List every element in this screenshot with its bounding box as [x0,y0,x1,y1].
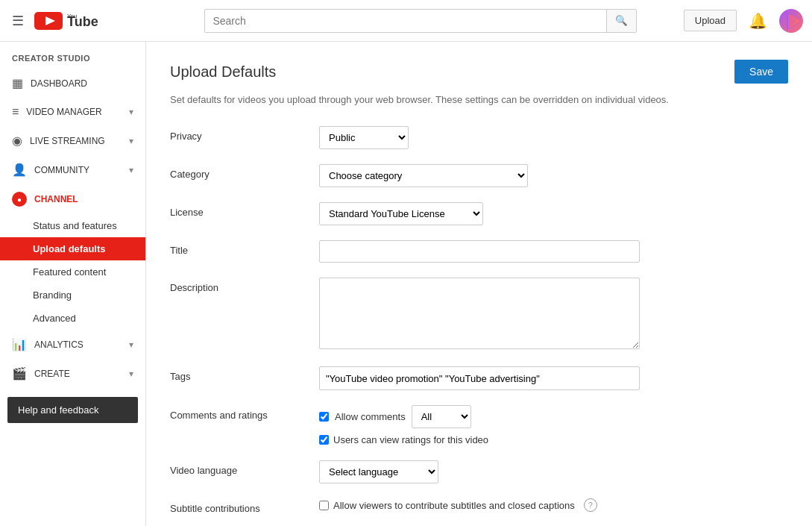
description-field [319,278,788,351]
youtube-logo: Tube You [34,10,101,31]
search-input[interactable] [205,10,606,32]
video-manager-icon: ≡ [12,105,19,119]
sidebar-item-analytics[interactable]: 📊 ANALYTICS ▾ [0,330,145,359]
tags-row: Tags [170,366,788,390]
analytics-icon: 📊 [12,337,27,351]
description-textarea[interactable] [319,278,640,349]
sidebar-subitem-branding[interactable]: Branding [0,284,145,307]
privacy-row: Privacy Public Unlisted Private [170,126,788,149]
license-row: License Standard YouTube License Creativ… [170,202,788,225]
search-area: 🔍 [158,9,684,33]
chevron-down-icon: ▾ [129,165,133,175]
channel-icon: ● [12,192,27,207]
hamburger-icon[interactable]: ☰ [9,10,27,32]
sidebar-item-label: CREATE [34,369,122,379]
video-language-label: Video language [170,460,319,476]
ratings-row: Users can view ratings for this video [319,434,788,445]
title-row: Title [170,240,788,263]
license-field: Standard YouTube License Creative Common… [319,202,788,225]
subtitle-checkbox-row: Allow viewers to contribute subtitles an… [319,498,788,512]
svg-marker-6 [788,13,800,28]
comments-area: Allow comments All Approved None Users c… [319,405,788,445]
category-select[interactable]: Choose category [319,164,528,187]
sidebar-subitem-advanced[interactable]: Advanced [0,307,145,330]
tags-label: Tags [170,366,319,382]
save-button[interactable]: Save [734,60,788,84]
privacy-select[interactable]: Public Unlisted Private [319,126,409,149]
topnav-left: ☰ Tube You [9,10,158,32]
main-layout: CREATOR STUDIO ▦ DASHBOARD ≡ VIDEO MANAG… [0,42,812,526]
sidebar-item-community[interactable]: 👤 COMMUNITY ▾ [0,155,145,184]
title-input[interactable] [319,240,640,263]
sidebar-item-video-manager[interactable]: ≡ VIDEO MANAGER ▾ [0,98,145,126]
category-field: Choose category [319,164,788,187]
sidebar: CREATOR STUDIO ▦ DASHBOARD ≡ VIDEO MANAG… [0,42,146,526]
sidebar-item-label: LIVE STREAMING [30,136,122,146]
channel-subitems: Status and features Upload defaults Feat… [0,214,145,330]
search-icon: 🔍 [615,15,628,26]
chevron-down-icon: ▾ [129,369,133,379]
license-label: License [170,202,319,218]
create-icon: 🎬 [12,366,27,381]
dashboard-icon: ▦ [12,76,23,90]
description-label: Description [170,278,319,293]
avatar[interactable] [779,9,803,33]
sidebar-item-live-streaming[interactable]: ◉ LIVE STREAMING ▾ [0,126,145,155]
sidebar-item-label: ANALYTICS [34,339,122,350]
subtitle-checkbox-label: Allow viewers to contribute subtitles an… [333,500,575,511]
subtitle-field: Allow viewers to contribute subtitles an… [319,498,788,512]
allow-comments-checkbox[interactable] [319,412,329,422]
comments-type-select[interactable]: All Approved None [412,405,471,428]
language-select[interactable]: Select language [319,460,438,483]
ratings-checkbox[interactable] [319,435,329,445]
allow-comments-label: Allow comments [335,411,406,422]
allow-comments-row: Allow comments All Approved None [319,405,788,428]
page-title: Upload Defaults [170,63,276,81]
chevron-down-icon: ▾ [129,136,133,146]
comments-label: Comments and ratings [170,405,319,421]
help-icon[interactable]: ? [584,498,597,512]
bell-icon[interactable]: 🔔 [749,12,767,30]
comments-field: Allow comments All Approved None Users c… [319,405,788,445]
page-header: Upload Defaults Save [170,60,788,84]
community-icon: 👤 [12,163,27,177]
privacy-label: Privacy [170,126,319,142]
sidebar-subitem-featured-content[interactable]: Featured content [0,260,145,284]
topnav-right: Upload 🔔 [684,9,803,33]
privacy-field: Public Unlisted Private [319,126,788,149]
page-description: Set defaults for videos you upload throu… [170,94,788,105]
sidebar-item-label: COMMUNITY [34,165,122,175]
category-label: Category [170,164,319,180]
chevron-down-icon: ▾ [129,107,133,117]
subtitle-label: Subtitle contributions [170,498,319,514]
sidebar-subitem-status-features[interactable]: Status and features [0,214,145,237]
subtitle-row: Subtitle contributions Allow viewers to … [170,498,788,514]
live-streaming-icon: ◉ [12,134,22,148]
sidebar-item-label: CHANNEL [34,194,78,204]
ratings-label: Users can view ratings for this video [333,434,488,445]
sidebar-item-create[interactable]: 🎬 CREATE ▾ [0,359,145,388]
chevron-down-icon: ▾ [129,339,133,350]
help-feedback-button[interactable]: Help and feedback [7,397,138,423]
title-field [319,240,788,263]
license-select[interactable]: Standard YouTube License Creative Common… [319,202,483,225]
tags-input[interactable] [319,366,640,390]
description-row: Description [170,278,788,351]
search-bar: 🔍 [204,9,637,33]
search-button[interactable]: 🔍 [606,10,636,32]
subtitle-checkbox[interactable] [319,501,329,510]
sidebar-item-dashboard[interactable]: ▦ DASHBOARD [0,69,145,98]
sidebar-item-label: VIDEO MANAGER [26,107,122,117]
tags-field [319,366,788,390]
video-language-field: Select language [319,460,788,483]
upload-button[interactable]: Upload [684,10,737,31]
title-label: Title [170,240,319,256]
topnav: ☰ Tube You 🔍 Upload 🔔 [0,0,812,42]
svg-text:You: You [67,13,78,19]
content-area: Upload Defaults Save Set defaults for vi… [146,42,812,526]
video-language-row: Video language Select language [170,460,788,483]
sidebar-subitem-upload-defaults[interactable]: Upload defaults [0,237,145,260]
sidebar-item-channel[interactable]: ● CHANNEL [0,184,145,214]
comments-row: Comments and ratings Allow comments All … [170,405,788,445]
creator-studio-label: CREATOR STUDIO [0,42,145,69]
